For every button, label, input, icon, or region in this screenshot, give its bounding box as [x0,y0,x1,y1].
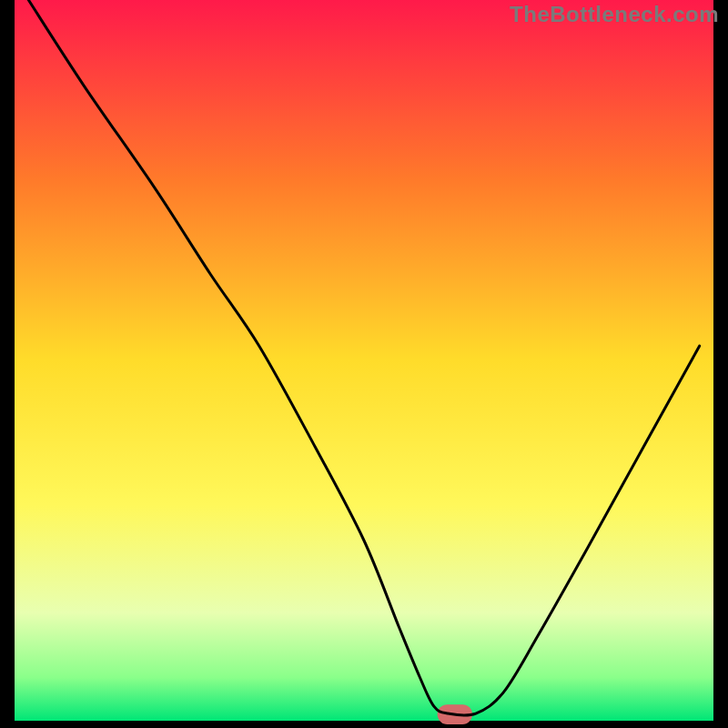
bottom-frame [0,721,728,728]
watermark-text: TheBottleneck.com [510,2,719,27]
bottleneck-chart: TheBottleneck.com [0,0,728,728]
plot-background [15,0,713,721]
chart-svg [0,0,728,728]
left-frame [0,0,15,728]
right-frame [713,0,728,728]
